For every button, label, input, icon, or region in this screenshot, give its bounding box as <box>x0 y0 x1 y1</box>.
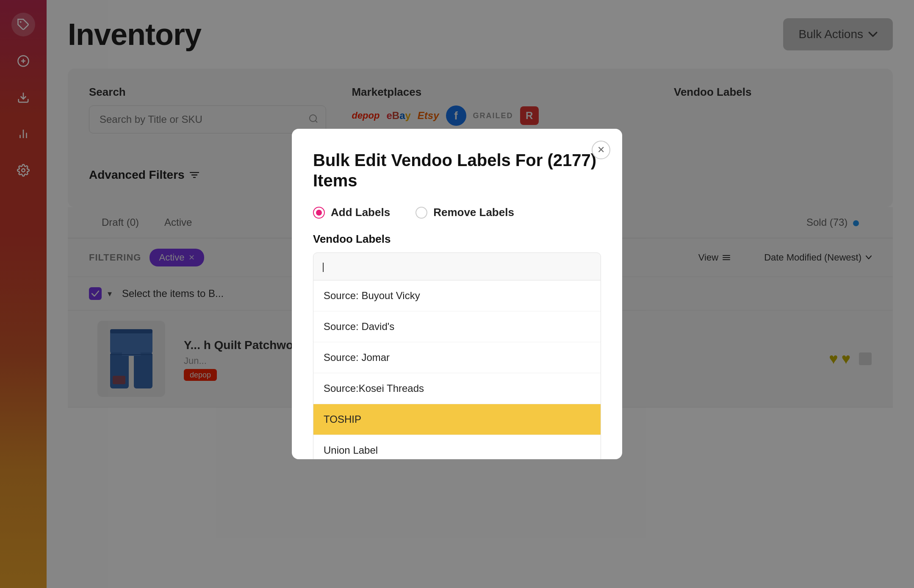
dropdown-item-3[interactable]: Source:Kosei Threads <box>313 373 601 404</box>
dropdown-item-5[interactable]: Union Label <box>313 435 601 459</box>
label-search-input[interactable] <box>313 252 601 280</box>
radio-add-labels[interactable]: Add Labels <box>313 206 390 219</box>
dropdown-list: Source: Buyout Vicky Source: David's Sou… <box>313 280 601 459</box>
modal-close-button[interactable]: ✕ <box>592 141 610 159</box>
dropdown-item-2[interactable]: Source: Jomar <box>313 342 601 373</box>
dropdown-item-1[interactable]: Source: David's <box>313 311 601 342</box>
radio-remove-circle <box>415 207 427 219</box>
vendoo-labels-heading: Vendoo Labels <box>313 233 601 246</box>
dropdown-item-0[interactable]: Source: Buyout Vicky <box>313 280 601 311</box>
radio-add-circle <box>313 207 325 219</box>
radio-row: Add Labels Remove Labels <box>313 206 601 219</box>
bulk-edit-modal: ✕ Bulk Edit Vendoo Labels For (2177) Ite… <box>292 129 622 459</box>
radio-remove-labels[interactable]: Remove Labels <box>415 206 514 219</box>
radio-add-dot <box>316 210 322 216</box>
dropdown-item-4[interactable]: TOSHIP <box>313 404 601 435</box>
modal-overlay[interactable]: ✕ Bulk Edit Vendoo Labels For (2177) Ite… <box>0 0 914 588</box>
modal-title: Bulk Edit Vendoo Labels For (2177) Items <box>313 150 601 191</box>
